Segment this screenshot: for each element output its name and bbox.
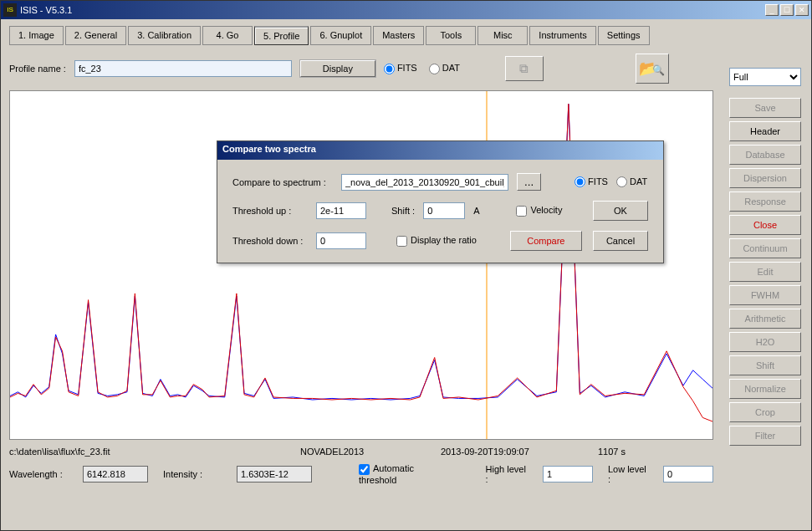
- side-edit-button[interactable]: Edit: [729, 262, 801, 282]
- main-window: IS ISIS - V5.3.1 _ ☐ ✕ 1. Image2. Genera…: [0, 0, 812, 531]
- side-fwhm-button[interactable]: FWHM: [729, 285, 801, 305]
- compare-button[interactable]: Compare: [510, 231, 582, 251]
- display-button[interactable]: Display: [300, 60, 375, 77]
- side-h2o-button[interactable]: H2O: [729, 332, 801, 352]
- wavelength-value: 6142.818: [83, 466, 148, 482]
- shift-unit: A: [473, 206, 479, 216]
- right-toolbar: Full SaveHeaderDatabaseDispersionRespons…: [729, 68, 801, 449]
- shift-input[interactable]: [423, 202, 465, 219]
- low-level-label: Low level :: [608, 464, 648, 484]
- window-title: ISIS - V5.3.1: [20, 5, 763, 15]
- intensity-value: 1.6303E-12: [237, 466, 312, 482]
- compare-to-label: Compare to spectrum :: [232, 177, 333, 187]
- titlebar: IS ISIS - V5.3.1 _ ☐ ✕: [1, 1, 811, 19]
- tab-3-calibration[interactable]: 3. Calibration: [128, 26, 201, 45]
- side-dispersion-button[interactable]: Dispersion: [729, 168, 801, 188]
- auto-threshold-checkbox[interactable]: Automatic threshold: [359, 463, 447, 485]
- tab-misc[interactable]: Misc: [477, 26, 528, 45]
- side-filter-button[interactable]: Filter: [729, 426, 801, 446]
- compare-to-input[interactable]: [341, 174, 508, 191]
- side-save-button[interactable]: Save: [729, 98, 801, 118]
- filetype-radio-group: FITS DAT: [384, 63, 460, 74]
- dialog-radio-dat[interactable]: DAT: [616, 176, 647, 188]
- filepath-text: c:\daten\lisa\flux\fc_23.fit: [9, 447, 285, 457]
- tab-2-general[interactable]: 2. General: [65, 26, 126, 45]
- magnifier-icon: [657, 60, 665, 78]
- view-mode-select[interactable]: Full: [729, 68, 801, 86]
- threshold-down-input[interactable]: [316, 232, 366, 249]
- close-button[interactable]: ✕: [795, 4, 809, 16]
- side-arithmetic-button[interactable]: Arithmetic: [729, 309, 801, 329]
- radio-dat[interactable]: DAT: [429, 63, 460, 74]
- profile-row: Profile name : Display FITS DAT ⧉: [9, 54, 803, 84]
- side-normalize-button[interactable]: Normalize: [729, 379, 801, 399]
- wavelength-label: Wavelength :: [9, 469, 68, 479]
- velocity-checkbox[interactable]: Velocity: [516, 205, 562, 217]
- dialog-radio-fits[interactable]: FITS: [575, 176, 608, 188]
- tab-4-go[interactable]: 4. Go: [202, 26, 253, 45]
- tab-masters[interactable]: Masters: [373, 26, 424, 45]
- threshold-up-input[interactable]: [316, 202, 366, 219]
- copy-button[interactable]: ⧉: [505, 56, 544, 81]
- target-text: NOVADEL2013: [300, 447, 426, 457]
- tab-instruments[interactable]: Instruments: [529, 26, 595, 45]
- compare-dialog: Compare two spectra Compare to spectrum …: [217, 140, 664, 263]
- side-database-button[interactable]: Database: [729, 145, 801, 165]
- threshold-up-label: Threshold up :: [232, 206, 308, 216]
- side-crop-button[interactable]: Crop: [729, 402, 801, 422]
- maximize-button[interactable]: ☐: [780, 4, 794, 16]
- tab-settings[interactable]: Settings: [598, 26, 650, 45]
- client-area: 1. Image2. General3. Calibration4. Go5. …: [1, 19, 811, 530]
- high-level-label: High level :: [486, 464, 528, 484]
- profile-name-label: Profile name :: [9, 64, 66, 74]
- minimize-button[interactable]: _: [765, 4, 779, 16]
- threshold-down-label: Threshold down :: [232, 236, 308, 246]
- ok-button[interactable]: OK: [593, 201, 648, 221]
- cancel-button[interactable]: Cancel: [593, 231, 648, 251]
- tab-tools[interactable]: Tools: [426, 26, 476, 45]
- low-level-input[interactable]: [663, 466, 713, 482]
- app-icon: IS: [3, 3, 17, 17]
- status-area: c:\daten\lisa\flux\fc_23.fit NOVADEL2013…: [9, 447, 713, 485]
- timestamp-text: 2013-09-20T19:09:07: [441, 447, 583, 457]
- display-ratio-checkbox[interactable]: Display the ratio: [396, 235, 477, 247]
- open-folder-button[interactable]: [636, 54, 669, 84]
- browse-button[interactable]: ...: [517, 173, 541, 191]
- exposure-text: 1107 s: [598, 447, 626, 457]
- side-close-button[interactable]: Close: [729, 215, 801, 235]
- tab-6-gnuplot[interactable]: 6. Gnuplot: [310, 26, 371, 45]
- side-continuum-button[interactable]: Continuum: [729, 238, 801, 258]
- tabs-bar: 1. Image2. General3. Calibration4. Go5. …: [9, 26, 803, 45]
- high-level-input[interactable]: [543, 466, 593, 482]
- tab-5-profile[interactable]: 5. Profile: [254, 26, 309, 45]
- shift-label: Shift :: [391, 206, 415, 216]
- side-header-button[interactable]: Header: [729, 121, 801, 141]
- intensity-label: Intensity :: [163, 469, 222, 479]
- dialog-title: Compare two spectra: [217, 141, 663, 160]
- side-response-button[interactable]: Response: [729, 191, 801, 212]
- profile-name-input[interactable]: [74, 60, 292, 77]
- side-shift-button[interactable]: Shift: [729, 355, 801, 375]
- tab-1-image[interactable]: 1. Image: [9, 26, 64, 45]
- radio-fits[interactable]: FITS: [384, 63, 417, 74]
